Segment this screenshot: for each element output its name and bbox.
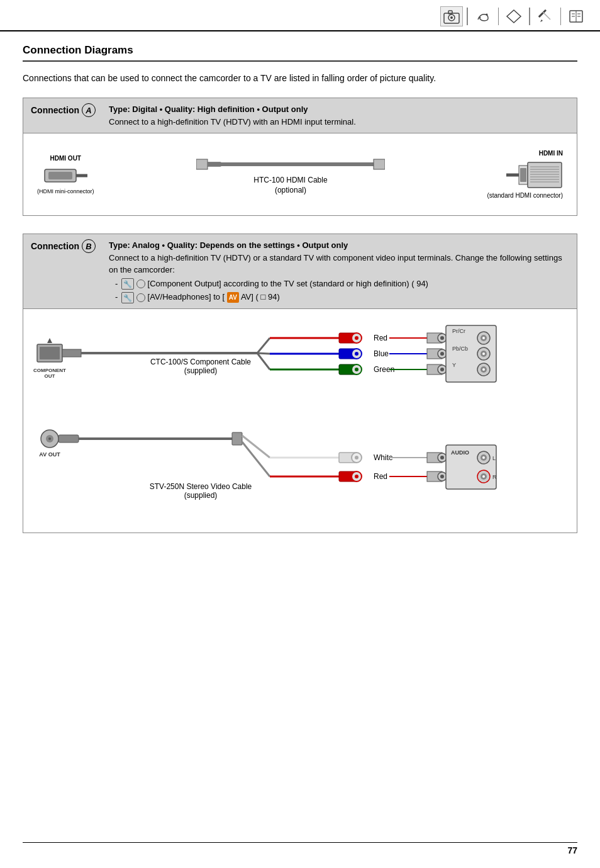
icon-divider-2 <box>498 8 499 25</box>
svg-point-117 <box>482 456 485 459</box>
connection-b-body: COMPONENT OUT CTC-100/S Component Cable <box>23 309 577 533</box>
connection-b-box: Connection B Type: Analog • Quality: Dep… <box>23 234 577 533</box>
svg-text:Blue: Blue <box>374 349 389 358</box>
svg-text:AUDIO: AUDIO <box>451 449 469 456</box>
svg-line-43 <box>257 353 270 369</box>
cable-a-label: HTC-100 HDMI Cable (optional) <box>253 176 327 195</box>
connection-a-desc-text: Connect to a high-definition TV (HDTV) w… <box>109 117 356 127</box>
connection-a-label: Connection A <box>31 103 100 117</box>
bullet-item-1: - 🔧 [Component Output] according to the … <box>115 278 569 290</box>
svg-rect-37 <box>62 349 81 357</box>
svg-marker-34 <box>47 338 52 343</box>
main-content: Connection Diagrams Connections that can… <box>0 31 600 563</box>
connection-a-text: Connection <box>31 105 79 115</box>
svg-text:Red: Red <box>374 334 387 342</box>
page-number: 77 <box>567 845 577 855</box>
svg-point-108 <box>440 456 444 459</box>
connection-a-desc-bold: Type: Digital • Quality: High definition… <box>109 104 308 114</box>
svg-point-102 <box>355 475 358 478</box>
svg-text:Pr/Cr: Pr/Cr <box>452 328 465 334</box>
circle-icon-2 <box>136 293 145 302</box>
svg-point-83 <box>482 368 485 371</box>
svg-line-39 <box>257 338 270 353</box>
svg-line-7 <box>543 12 550 20</box>
svg-text:Pb/Cb: Pb/Cb <box>452 346 468 352</box>
intro-text: Connections that can be used to connect … <box>23 72 577 85</box>
svg-point-70 <box>440 368 444 371</box>
svg-point-79 <box>482 352 485 355</box>
svg-text:STV-250N Stereo Video Cable: STV-250N Stereo Video Cable <box>150 482 252 491</box>
wrench-icon-2: 🔧 <box>121 292 134 304</box>
circle-icon-1 <box>136 279 145 288</box>
connection-b-desc-text: Connect to a high-definition TV (HDTV) o… <box>109 252 569 276</box>
svg-rect-15 <box>48 172 72 179</box>
svg-point-121 <box>482 475 485 478</box>
connection-b-desc-bold: Type: Analog • Quality: Depends on the s… <box>109 239 569 252</box>
bird-icon <box>472 6 494 26</box>
connection-a-desc: Type: Digital • Quality: High definition… <box>109 103 356 128</box>
connection-b-desc: Type: Analog • Quality: Depends on the s… <box>109 239 569 303</box>
bullet-icon-1: 🔧 [Component Output] according to the TV… <box>121 278 428 290</box>
svg-rect-20 <box>374 159 385 169</box>
svg-point-4 <box>486 14 487 16</box>
svg-point-3 <box>450 16 453 19</box>
svg-rect-33 <box>40 347 60 359</box>
bullet-icon-2: 🔧 [AV/Headphones] to [ AV AV] ( □ 94) <box>121 291 279 303</box>
svg-text:L: L <box>492 455 496 461</box>
svg-text:Y: Y <box>452 362 456 368</box>
svg-text:COMPONENT: COMPONENT <box>33 368 66 373</box>
hdmi-std-label: (standard HDMI connector) <box>487 192 563 199</box>
svg-point-66 <box>440 352 444 356</box>
bullet-dash-2: - <box>115 291 118 303</box>
connection-b-header: Connection B Type: Analog • Quality: Dep… <box>23 234 577 309</box>
diagram-b-svg: COMPONENT OUT CTC-100/S Component Cable <box>31 319 578 521</box>
header-icons-bar <box>0 0 600 31</box>
svg-text:AV OUT: AV OUT <box>39 451 60 458</box>
bottom-rule <box>23 842 577 843</box>
svg-point-55 <box>355 368 358 371</box>
hdmi-in-svg <box>506 159 563 191</box>
svg-text:Red: Red <box>374 472 387 481</box>
connection-a-box: Connection A Type: Digital • Quality: Hi… <box>23 98 577 216</box>
svg-rect-18 <box>196 159 208 169</box>
svg-text:(supplied): (supplied) <box>184 366 218 375</box>
bullet-item-2: - 🔧 [AV/Headphones] to [ AV AV] ( □ 94) <box>115 291 569 303</box>
svg-text:R: R <box>492 474 497 480</box>
wrench-icon-1: 🔧 <box>121 278 134 290</box>
icon-divider-3 <box>529 8 530 25</box>
svg-text:OUT: OUT <box>45 373 55 379</box>
cable-a-middle: HTC-100 HDMI Cable (optional) <box>99 153 482 195</box>
svg-rect-6 <box>538 9 546 18</box>
svg-point-112 <box>440 475 444 478</box>
svg-rect-23 <box>520 168 526 182</box>
hdmi-mini-label: (HDMI mini-connector) <box>37 188 94 194</box>
svg-point-75 <box>482 337 485 339</box>
hdmi-cable-svg <box>196 153 385 176</box>
connection-a-body: HDMI OUT (HDMI mini-connector) <box>23 133 577 215</box>
svg-text:(supplied): (supplied) <box>184 491 218 500</box>
connection-b-circle: B <box>82 239 96 253</box>
pencil-icon <box>534 6 557 26</box>
icon-group <box>440 6 587 26</box>
svg-point-86 <box>48 437 51 440</box>
svg-rect-88 <box>58 435 79 442</box>
hdmi-in-label: HDMI IN <box>539 150 563 157</box>
svg-rect-90 <box>232 432 242 445</box>
svg-point-99 <box>355 456 358 459</box>
connection-a-circle: A <box>82 103 96 117</box>
svg-rect-19 <box>208 162 374 166</box>
section-title: Connection Diagrams <box>23 44 577 62</box>
svg-point-49 <box>355 336 358 340</box>
av-badge: AV <box>227 292 239 303</box>
svg-text:CTC-100/S Component Cable: CTC-100/S Component Cable <box>150 358 251 366</box>
diamond-icon <box>503 6 525 26</box>
hdmi-out-label: HDMI OUT <box>50 155 81 162</box>
connection-b-label: Connection B <box>31 239 100 253</box>
svg-rect-2 <box>448 11 452 14</box>
svg-rect-24 <box>528 162 562 188</box>
hdmi-mini-svg <box>43 164 87 187</box>
connection-b-text: Connection <box>31 241 79 251</box>
svg-line-41 <box>257 353 270 354</box>
svg-marker-5 <box>507 10 521 23</box>
icon-divider-1 <box>467 8 468 25</box>
